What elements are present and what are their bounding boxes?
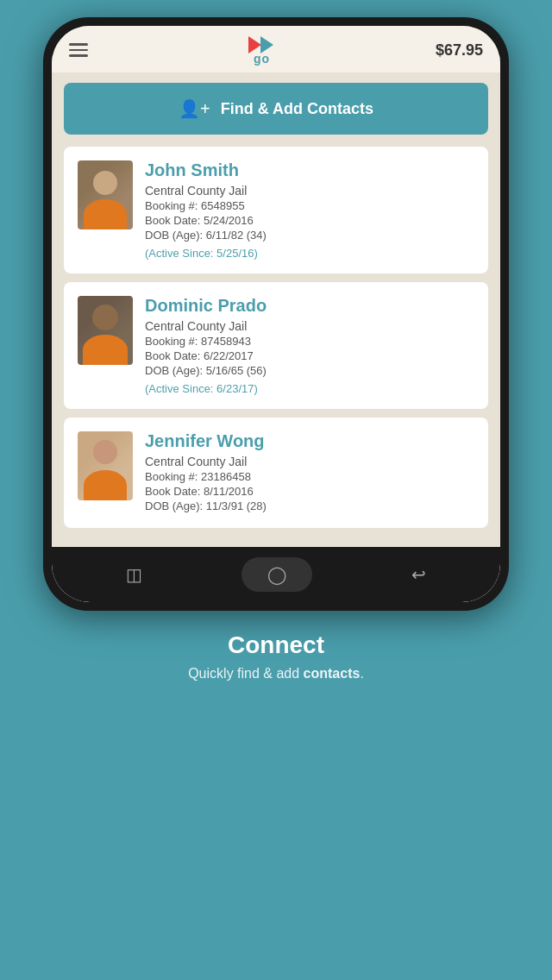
contact-active-dominic: (Active Since: 6/23/17)	[145, 382, 474, 395]
contact-name-jennifer: Jennifer Wong	[145, 431, 474, 451]
contact-name-john: John Smith	[145, 160, 474, 180]
find-add-label: Find & Add Contacts	[221, 100, 373, 118]
contact-info-dominic: Dominic Prado Central County Jail Bookin…	[145, 296, 474, 395]
avatar-dominic	[78, 296, 133, 365]
contact-dob-john: DOB (Age): 6/11/82 (34)	[145, 229, 474, 242]
contact-card-dominic[interactable]: Dominic Prado Central County Jail Bookin…	[64, 282, 488, 409]
status-bar: go $67.95	[52, 26, 500, 72]
avatar-jennifer	[78, 431, 133, 500]
nav-home-button[interactable]: ◯	[242, 557, 312, 592]
contact-bookdate-john: Book Date: 5/24/2016	[145, 214, 474, 227]
contact-active-john: (Active Since: 5/25/16)	[145, 247, 474, 260]
find-add-contacts-button[interactable]: 👤+ Find & Add Contacts	[64, 83, 488, 135]
contact-card-jennifer[interactable]: Jennifer Wong Central County Jail Bookin…	[64, 418, 488, 528]
balance-display: $67.95	[436, 41, 483, 60]
bottom-label-area: Connect Quickly find & add contacts.	[188, 631, 364, 699]
contact-facility-jennifer: Central County Jail	[145, 455, 474, 468]
contact-card-john[interactable]: John Smith Central County Jail Booking #…	[64, 147, 488, 273]
nav-bar: ◫ ◯ ↩	[52, 547, 500, 602]
bottom-title: Connect	[188, 631, 364, 659]
content-area: 👤+ Find & Add Contacts John Smith Centra…	[52, 72, 500, 547]
contact-bookdate-dominic: Book Date: 6/22/2017	[145, 349, 474, 362]
app-logo: go	[248, 35, 274, 66]
bottom-desc-bold: contacts	[304, 666, 361, 681]
contact-facility-dominic: Central County Jail	[145, 319, 474, 333]
bottom-desc-end: .	[360, 666, 363, 681]
bottom-description: Quickly find & add contacts.	[188, 666, 364, 682]
bottom-desc-plain: Quickly find & add	[188, 666, 303, 681]
nav-recent-button[interactable]: ◫	[112, 559, 156, 590]
add-contacts-icon: 👤+	[179, 98, 210, 119]
contact-booking-jennifer: Booking #: 23186458	[145, 470, 474, 483]
phone-screen: go $67.95 👤+ Find & Add Contacts John Sm…	[52, 26, 500, 602]
contact-info-jennifer: Jennifer Wong Central County Jail Bookin…	[145, 431, 474, 514]
contact-dob-dominic: DOB (Age): 5/16/65 (56)	[145, 364, 474, 377]
logo-bird-icon	[248, 35, 274, 52]
contact-booking-john: Booking #: 6548955	[145, 199, 474, 212]
nav-back-button[interactable]: ↩	[398, 559, 440, 590]
contact-name-dominic: Dominic Prado	[145, 296, 474, 316]
menu-button[interactable]	[69, 43, 88, 57]
logo-text: go	[254, 52, 270, 66]
contact-facility-john: Central County Jail	[145, 184, 474, 198]
avatar-john	[78, 160, 133, 229]
phone-shell: go $67.95 👤+ Find & Add Contacts John Sm…	[43, 17, 509, 611]
contacts-list: John Smith Central County Jail Booking #…	[64, 147, 488, 528]
contact-info-john: John Smith Central County Jail Booking #…	[145, 160, 474, 260]
contact-booking-dominic: Booking #: 87458943	[145, 335, 474, 348]
contact-bookdate-jennifer: Book Date: 8/11/2016	[145, 485, 474, 498]
contact-dob-jennifer: DOB (Age): 11/3/91 (28)	[145, 499, 474, 512]
